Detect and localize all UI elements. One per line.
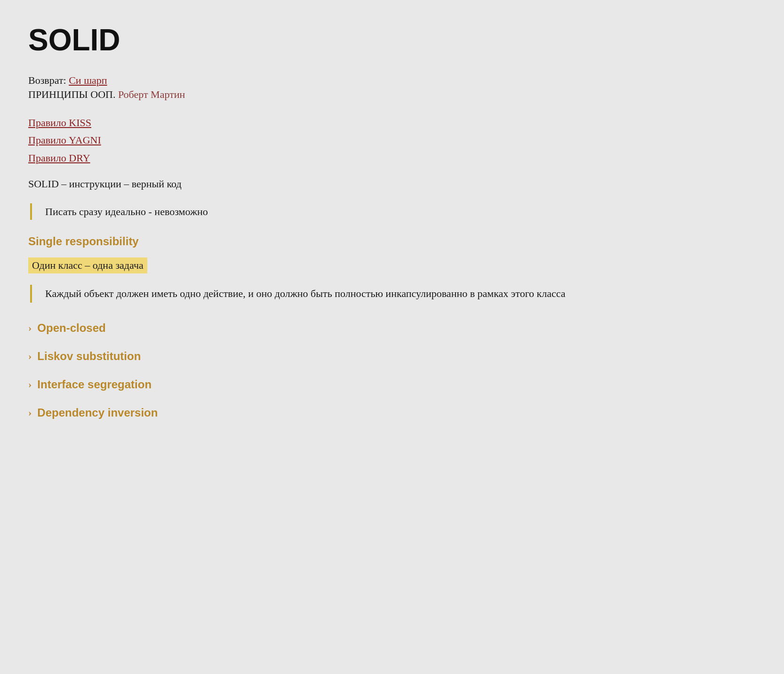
principles-prefix: ПРИНЦИПЫ ООП. [28, 88, 115, 100]
dependency-inversion-item[interactable]: › Dependency inversion [28, 406, 756, 419]
single-responsibility-blockquote-text: Каждый объект должен иметь одно действие… [45, 285, 756, 302]
single-responsibility-heading: Single responsibility [28, 235, 756, 248]
chevron-icon: › [28, 350, 32, 362]
nav-link-dry[interactable]: Правило DRY [28, 149, 756, 167]
interface-segregation-item[interactable]: › Interface segregation [28, 378, 756, 391]
highlighted-text: Один класс – одна задача [28, 257, 147, 273]
nav-link-yagni[interactable]: Правило YAGNI [28, 131, 756, 149]
open-closed-label: Open-closed [37, 321, 105, 335]
liskov-substitution-item[interactable]: › Liskov substitution [28, 350, 756, 363]
author-link[interactable]: Роберт Мартин [118, 88, 185, 100]
single-responsibility-section: Single responsibility Один класс – одна … [28, 235, 756, 302]
back-label: Возврат: [28, 74, 66, 86]
back-line: Возврат: Си шарп [28, 74, 756, 87]
highlighted-text-wrapper: Один класс – одна задача [28, 257, 756, 285]
nav-links: Правило KISS Правило YAGNI Правило DRY [28, 114, 756, 167]
principles-line: ПРИНЦИПЫ ООП. Роберт Мартин [28, 88, 756, 101]
dependency-inversion-label: Dependency inversion [37, 406, 158, 419]
chevron-icon: › [28, 322, 32, 334]
interface-segregation-label: Interface segregation [37, 378, 152, 391]
back-link[interactable]: Си шарп [69, 74, 107, 86]
single-responsibility-blockquote: Каждый объект должен иметь одно действие… [30, 285, 756, 302]
chevron-icon: › [28, 407, 32, 419]
liskov-substitution-label: Liskov substitution [37, 350, 141, 363]
solid-description: SOLID – инструкции – верный код [28, 178, 756, 190]
nav-link-kiss[interactable]: Правило KISS [28, 114, 756, 131]
chevron-icon: › [28, 378, 32, 391]
page-title: SOLID [28, 23, 756, 57]
blockquote-simple: Писать сразу идеально - невозможно [30, 203, 756, 220]
blockquote-simple-text: Писать сразу идеально - невозможно [45, 203, 756, 220]
open-closed-item[interactable]: › Open-closed [28, 321, 756, 335]
